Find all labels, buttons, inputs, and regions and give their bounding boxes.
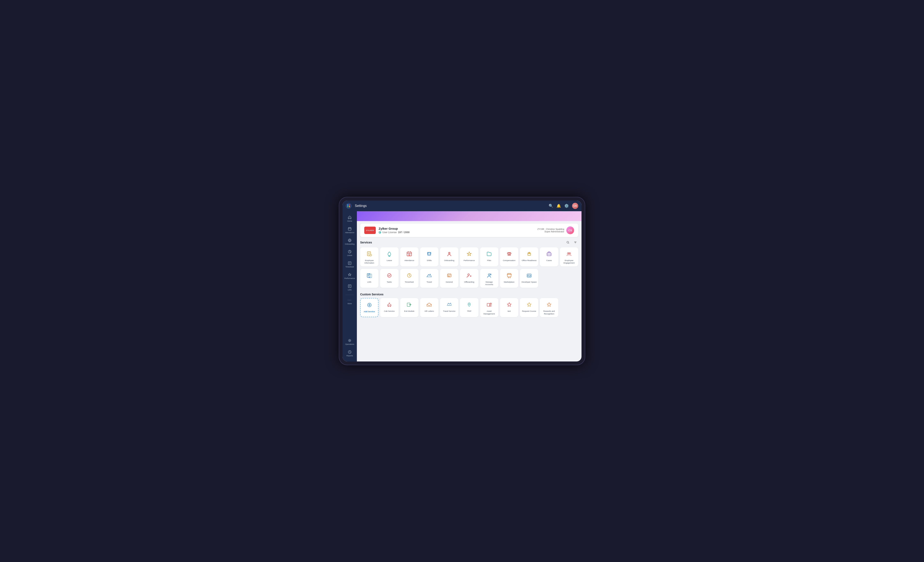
sidebar-item-lms[interactable]: LMS <box>344 282 356 293</box>
custom-service-card-test[interactable]: test <box>500 298 518 317</box>
custom-service-card-trip[interactable]: TRIP <box>460 298 478 317</box>
trip-icon <box>465 301 473 308</box>
add-service-label: Add Service <box>364 310 375 313</box>
services-grid-row2: LMS Tasks <box>360 269 578 288</box>
test-icon <box>506 301 513 308</box>
service-card-timesheet[interactable]: Timesheet <box>400 269 418 288</box>
sidebar-divider <box>346 295 354 295</box>
content-area: ZYLKER Zylker Group User License 197 / 2… <box>357 211 582 361</box>
lms-service-icon <box>366 272 373 279</box>
sidebar-item-reports[interactable]: Reports <box>344 348 356 359</box>
svg-rect-45 <box>487 303 489 306</box>
sidebar-item-attendance[interactable]: Attendance <box>344 225 356 236</box>
custom-service-card-hr-letters[interactable]: HR Letters <box>420 298 438 317</box>
services-section: Services <box>357 240 582 293</box>
asset-management-icon <box>485 301 493 308</box>
service-label-leave: Leave <box>387 259 392 262</box>
sidebar-label-timesheet: Timesheet <box>345 266 354 268</box>
operations-icon <box>348 339 352 343</box>
search-icon[interactable]: 🔍 <box>549 204 553 208</box>
sidebar-item-operations[interactable]: Operations <box>344 336 356 348</box>
custom-service-label-rewards: Rewards andRecognition <box>543 310 555 315</box>
svg-point-37 <box>508 277 509 278</box>
service-card-lms[interactable]: LMS <box>360 269 378 288</box>
service-label-performance: Performance <box>464 259 475 262</box>
sidebar-item-performance[interactable]: Performance <box>344 271 356 282</box>
custom-service-card-rewards[interactable]: Rewards andRecognition <box>540 298 558 317</box>
main-layout: Home Attendance <box>342 211 582 361</box>
settings-icon[interactable]: ⚙️ <box>564 204 569 208</box>
company-logo: ZYLKER <box>364 226 376 234</box>
service-label-tasks: Tasks <box>387 281 392 283</box>
service-card-files[interactable]: Files <box>480 247 498 267</box>
sidebar-item-leave[interactable]: Leave <box>344 247 356 259</box>
service-label-lms: LMS <box>368 281 372 283</box>
license-dot <box>379 231 381 234</box>
custom-service-card-cab[interactable]: Cab Service <box>380 298 398 317</box>
sidebar-label-lms: LMS <box>348 289 352 291</box>
license-count: 197 / 2000 <box>398 231 410 234</box>
sidebar-label-operations: Operations <box>345 343 354 345</box>
add-service-icon <box>366 301 373 309</box>
sidebar-item-home[interactable]: Home <box>344 213 356 224</box>
user-avatar: CS <box>566 226 574 234</box>
cases-icon <box>545 250 553 258</box>
sidebar-item-timesheet[interactable]: Timesheet <box>344 259 356 270</box>
svg-point-21 <box>449 253 450 253</box>
custom-service-card-travel[interactable]: Travel Service <box>440 298 458 317</box>
custom-service-card-exit[interactable]: Exit Module <box>400 298 418 317</box>
service-label-marketplace: Marketplace <box>504 281 514 283</box>
service-card-cases[interactable]: Cases <box>540 247 558 267</box>
service-label-employee-information: EmployeeInformation <box>364 259 374 264</box>
employee-engagement-icon <box>565 250 573 258</box>
top-bar: Settings 🔍 🔔 ⚙️ CS <box>342 201 582 211</box>
timesheet-service-icon <box>405 272 413 279</box>
service-card-marketplace[interactable]: Marketplace <box>500 269 518 288</box>
service-label-files: Files <box>487 259 491 262</box>
onboarding-service-icon <box>446 250 453 258</box>
service-card-compensation[interactable]: Compensation <box>500 247 518 267</box>
service-label-attendance: Attendance <box>404 259 414 262</box>
custom-service-label-hr-letters: HR Letters <box>424 310 434 312</box>
service-card-employee-information[interactable]: EmployeeInformation <box>360 247 378 267</box>
svg-point-44 <box>469 304 470 305</box>
custom-services-grid: Add Service Cab Service <box>360 298 578 317</box>
add-service-card[interactable]: Add Service <box>360 298 378 317</box>
office-readiness-icon <box>525 250 533 258</box>
notification-icon[interactable]: 🔔 <box>556 204 561 208</box>
service-card-office-readiness[interactable]: Office Readiness <box>520 247 538 267</box>
custom-service-label-exit: Exit Module <box>404 310 414 312</box>
service-card-attendance[interactable]: Attendance <box>400 247 418 267</box>
service-card-developer-space[interactable]: Developer Space <box>520 269 538 288</box>
service-card-performance[interactable]: Performance <box>460 247 478 267</box>
page-title: Settings <box>355 204 549 208</box>
custom-service-label-request-course: Request Course <box>522 310 536 312</box>
service-card-offboarding[interactable]: Offboarding <box>460 269 478 288</box>
sidebar-item-more[interactable]: ··· More <box>344 296 356 307</box>
sidebar-item-onboarding[interactable]: Onboarding <box>344 236 356 247</box>
service-label-travel: Travel <box>426 281 432 283</box>
service-card-shifts[interactable]: Shifts <box>420 247 438 267</box>
svg-rect-9 <box>348 285 351 288</box>
service-card-travel[interactable]: Travel <box>420 269 438 288</box>
custom-service-card-request-course[interactable]: Request Course <box>520 298 538 317</box>
service-card-onboarding[interactable]: Onboarding <box>440 247 458 267</box>
sidebar-label-onboarding: Onboarding <box>345 243 354 245</box>
service-card-leave[interactable]: Leave <box>380 247 398 267</box>
employee-information-icon <box>366 250 373 258</box>
timesheet-icon <box>348 261 352 265</box>
services-title: Services <box>360 241 372 244</box>
service-card-manage-accounts[interactable]: Manage Accounts <box>480 269 498 288</box>
filter-services-button[interactable] <box>573 240 578 245</box>
service-card-tasks[interactable]: Tasks <box>380 269 398 288</box>
custom-services-title: Custom Services <box>360 293 384 296</box>
header-banner <box>357 211 582 221</box>
custom-service-card-asset[interactable]: AssetManagement <box>480 298 498 317</box>
custom-service-label-cab: Cab Service <box>384 310 394 312</box>
service-card-general[interactable]: General <box>440 269 458 288</box>
service-card-employee-engagement[interactable]: EmployeeEngagement <box>560 247 578 267</box>
svg-rect-5 <box>348 228 351 230</box>
search-services-button[interactable] <box>565 240 571 245</box>
user-avatar-top[interactable]: CS <box>572 203 578 209</box>
company-info: Zylker Group User License 197 / 2000 <box>379 227 537 234</box>
